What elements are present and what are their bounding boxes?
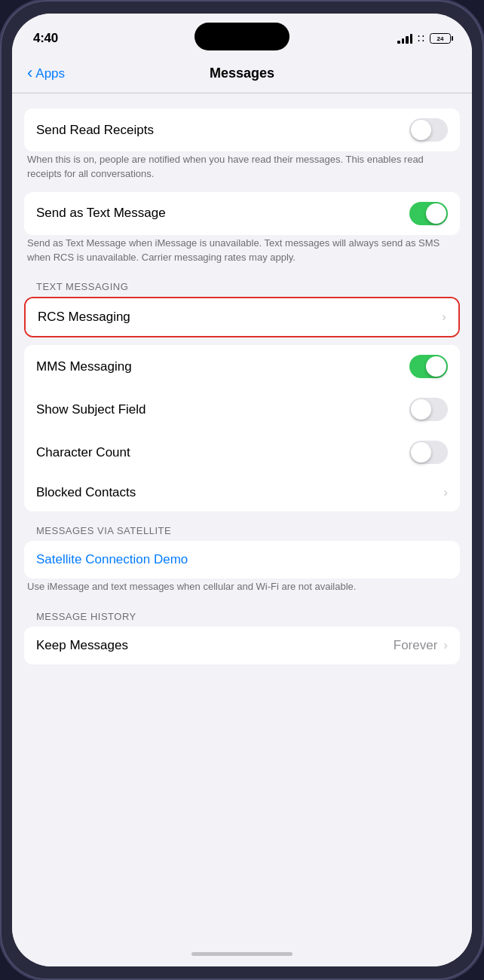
phone-frame: 4:40 ∷ 24 ‹ Apps Messages xyxy=(0,0,484,980)
signal-bars-icon xyxy=(397,33,412,44)
text-messaging-group: TEXT MESSAGING RCS Messaging › MMS Messa… xyxy=(12,275,472,511)
show-subject-toggle[interactable] xyxy=(409,398,448,421)
satellite-demo-row[interactable]: Satellite Connection Demo xyxy=(24,541,460,579)
keep-messages-chevron-icon: › xyxy=(443,638,448,653)
keep-messages-right: Forever › xyxy=(394,638,448,653)
read-receipts-card: Send Read Receipts xyxy=(24,108,460,151)
satellite-demo-label[interactable]: Satellite Connection Demo xyxy=(36,552,188,567)
text-messaging-card: MMS Messaging Show Subject Field xyxy=(24,345,460,511)
character-count-row[interactable]: Character Count xyxy=(24,431,460,474)
wifi-icon: ∷ xyxy=(418,32,424,44)
blocked-contacts-row[interactable]: Blocked Contacts › xyxy=(24,474,460,511)
send-read-receipts-label: Send Read Receipts xyxy=(36,123,154,138)
blocked-contacts-label: Blocked Contacts xyxy=(36,485,136,500)
keep-messages-label: Keep Messages xyxy=(36,638,128,653)
nav-bar: ‹ Apps Messages xyxy=(12,54,472,93)
satellite-card: Satellite Connection Demo xyxy=(24,541,460,579)
send-read-receipts-row[interactable]: Send Read Receipts xyxy=(24,108,460,151)
character-count-toggle[interactable] xyxy=(409,441,448,464)
status-icons: ∷ 24 xyxy=(397,32,451,44)
battery-icon: 24 xyxy=(430,33,451,44)
rcs-messaging-row[interactable]: RCS Messaging › xyxy=(26,298,458,336)
read-receipts-group: Send Read Receipts When this is on, peop… xyxy=(12,108,472,182)
send-as-text-group: Send as Text Message Send as Text Messag… xyxy=(12,192,472,265)
mms-messaging-row[interactable]: MMS Messaging xyxy=(24,345,460,388)
dynamic-island xyxy=(195,23,289,50)
send-as-text-card: Send as Text Message xyxy=(24,192,460,235)
history-header: MESSAGE HISTORY xyxy=(12,605,472,627)
rcs-messaging-label: RCS Messaging xyxy=(38,310,130,325)
home-bar xyxy=(191,952,293,956)
read-receipts-description: When this is on, people are notified whe… xyxy=(27,153,457,182)
history-group: MESSAGE HISTORY Keep Messages Forever › xyxy=(12,605,472,664)
blocked-contacts-chevron-icon: › xyxy=(443,485,448,500)
show-subject-row[interactable]: Show Subject Field xyxy=(24,388,460,431)
back-label: Apps xyxy=(35,66,65,81)
send-as-text-description: Send as Text Message when iMessage is un… xyxy=(27,237,457,265)
send-as-text-toggle[interactable] xyxy=(409,202,448,225)
keep-messages-value: Forever xyxy=(394,638,438,653)
rcs-chevron-icon: › xyxy=(442,310,446,325)
satellite-description: Use iMessage and text messages when cell… xyxy=(27,580,457,594)
status-time: 4:40 xyxy=(33,31,58,46)
character-count-label: Character Count xyxy=(36,445,130,460)
send-as-text-row[interactable]: Send as Text Message xyxy=(24,192,460,235)
content-scroll[interactable]: Send Read Receipts When this is on, peop… xyxy=(12,93,472,941)
back-button[interactable]: ‹ Apps xyxy=(27,66,65,81)
nav-title: Messages xyxy=(210,66,274,81)
send-as-text-label: Send as Text Message xyxy=(36,206,166,221)
satellite-header: MESSAGES VIA SATELLITE xyxy=(12,519,472,541)
text-messaging-header: TEXT MESSAGING xyxy=(12,275,472,297)
satellite-group: MESSAGES VIA SATELLITE Satellite Connect… xyxy=(12,519,472,594)
rcs-messaging-card: RCS Messaging › xyxy=(24,297,460,337)
show-subject-label: Show Subject Field xyxy=(36,402,146,417)
home-indicator xyxy=(12,941,472,966)
chevron-left-icon: ‹ xyxy=(27,65,32,81)
status-bar: 4:40 ∷ 24 xyxy=(12,14,472,54)
keep-messages-row[interactable]: Keep Messages Forever › xyxy=(24,627,460,664)
phone-screen: 4:40 ∷ 24 ‹ Apps Messages xyxy=(12,14,472,966)
mms-messaging-toggle[interactable] xyxy=(409,355,448,378)
mms-messaging-label: MMS Messaging xyxy=(36,359,132,374)
history-card: Keep Messages Forever › xyxy=(24,627,460,664)
send-read-receipts-toggle[interactable] xyxy=(409,118,448,142)
